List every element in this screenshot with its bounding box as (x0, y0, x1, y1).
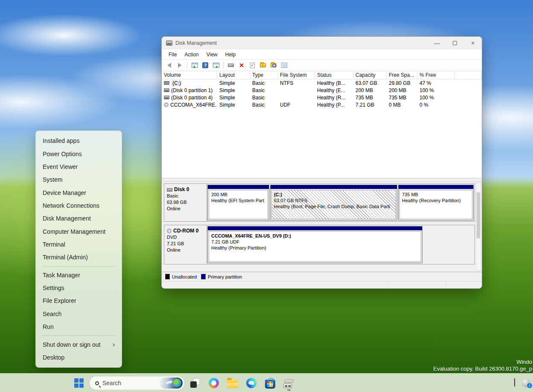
column-status[interactable]: Status (315, 71, 353, 79)
delete-volume-icon[interactable]: ✕ (237, 61, 246, 70)
winx-network-connections[interactable]: Network Connections (38, 199, 120, 212)
column-free-space[interactable]: Free Spa... (387, 71, 417, 79)
winx-system[interactable]: System (38, 173, 120, 186)
winx-task-manager[interactable]: Task Manager (38, 269, 120, 282)
active-app-indicator (287, 389, 291, 391)
winx-power-options[interactable]: Power Options (38, 147, 120, 160)
winx-event-viewer[interactable]: Event Viewer (38, 160, 120, 173)
partition-color-bar (208, 226, 422, 230)
cell-capacity: 7.21 GB (353, 102, 387, 108)
primary-partition-swatch (201, 274, 206, 279)
winx-disk-management[interactable]: Disk Management (38, 212, 120, 225)
explore-folder-icon[interactable] (269, 61, 278, 70)
column-file-system[interactable]: File System (278, 71, 315, 79)
winx-run[interactable]: Run (38, 320, 120, 333)
menu-help[interactable]: Help (222, 51, 239, 58)
properties-icon[interactable] (280, 61, 289, 70)
volume-row-c[interactable]: (C:) Simple Basic NTFS Healthy (B... 63.… (162, 79, 482, 87)
cell-layout: Simple (217, 80, 250, 86)
partition-c-selected[interactable]: (C:) 63.07 GB NTFS Healthy (Boot, Page F… (270, 185, 397, 221)
copilot-icon (209, 378, 219, 388)
copilot-button[interactable] (206, 375, 222, 391)
maximize-icon (453, 41, 457, 45)
disk-view-icon[interactable] (226, 61, 236, 70)
file-explorer-button[interactable] (224, 375, 241, 391)
disk0-label[interactable]: Disk 0 Basic 63.98 GB Online (164, 184, 207, 221)
task-view-button[interactable] (187, 375, 203, 391)
help-icon[interactable]: ? (201, 61, 210, 70)
partition-efi[interactable]: 200 MB Healthy (EFI System Part (207, 185, 269, 221)
volume-row-dvd[interactable]: CCCOMA_X64FRE... Simple Basic UDF Health… (162, 101, 482, 108)
edge-icon (246, 378, 256, 388)
mark-partition-icon[interactable] (248, 61, 257, 70)
minimize-button[interactable]: — (428, 37, 446, 49)
disk-management-window: Disk Management — × File Action View Hel… (161, 36, 482, 289)
graphical-view: Disk 0 Basic 63.98 GB Online 200 MB Heal… (162, 182, 482, 272)
cell-layout: Simple (217, 102, 250, 108)
partition-recovery[interactable]: 735 MB Healthy (Recovery Partition) (398, 185, 474, 221)
cell-pct: 47 % (417, 80, 455, 86)
winx-terminal-admin[interactable]: Terminal (Admin) (38, 251, 120, 264)
menu-view[interactable]: View (203, 51, 221, 58)
cdrom0-label[interactable]: CD-ROM 0 DVD 7.21 GB Online (164, 225, 207, 264)
cell-pct: 100 % (417, 95, 455, 101)
pane-splitter[interactable] (162, 178, 482, 182)
disk-size: 63.98 GB (167, 199, 204, 206)
volume-row-partition1[interactable]: (Disk 0 partition 1) Simple Basic Health… (162, 87, 482, 94)
info-badge-icon: i (527, 383, 532, 388)
onedrive-tray-icon[interactable]: i (522, 379, 530, 387)
winx-search[interactable]: Search (38, 308, 120, 320)
windows-logo-icon (74, 378, 84, 388)
disk-media: Basic (167, 193, 204, 199)
maximize-button[interactable] (446, 37, 464, 49)
winx-desktop[interactable]: Desktop (38, 351, 120, 364)
volume-icon (164, 88, 169, 92)
column-layout[interactable]: Layout (217, 71, 250, 79)
scrollbar-thumb[interactable] (477, 192, 480, 238)
forward-icon[interactable] (175, 61, 184, 70)
volume-name: (Disk 0 partition 4) (171, 95, 213, 101)
winx-computer-management[interactable]: Computer Management (38, 225, 120, 238)
partition-dvd[interactable]: CCCOMA_X64FRE_EN-US_DV9 (D:) 7.21 GB UDF… (207, 226, 422, 263)
taskbar-search[interactable]: Search (90, 376, 184, 390)
winx-settings[interactable]: Settings (38, 282, 120, 294)
column-pct-free[interactable]: % Free (417, 71, 455, 79)
show-action-pane-icon[interactable] (211, 61, 221, 70)
cell-free: 0 MB (387, 102, 417, 108)
column-volume[interactable]: Volume (162, 71, 217, 79)
menu-action[interactable]: Action (181, 51, 202, 58)
vertical-scrollbar[interactable] (476, 183, 481, 271)
menu-file[interactable]: File (165, 51, 180, 58)
cd-icon (167, 229, 172, 233)
partition-name: CCCOMA_X64FRE_EN-US_DV9 (D:) (211, 233, 419, 239)
disk-management-taskbar-button[interactable] (281, 375, 297, 391)
winx-installed-apps[interactable]: Installed apps (38, 134, 120, 147)
title-bar[interactable]: Disk Management — × (162, 37, 482, 49)
cdrom0-row: CD-ROM 0 DVD 7.21 GB Online CCCOMA_X64FR… (164, 225, 475, 264)
tray-overflow-chevron[interactable] (514, 379, 515, 387)
volume-name: (Disk 0 partition 1) (171, 87, 213, 93)
start-button[interactable] (71, 375, 87, 391)
column-capacity[interactable]: Capacity (353, 71, 387, 79)
window-title: Disk Management (175, 40, 217, 46)
winx-menu: Installed apps Power Options Event Viewe… (35, 131, 122, 368)
cell-free: 200 MB (387, 87, 417, 93)
winx-file-explorer[interactable]: File Explorer (38, 294, 120, 307)
volume-row-partition4[interactable]: (Disk 0 partition 4) Simple Basic Health… (162, 94, 482, 101)
column-type[interactable]: Type (250, 71, 278, 79)
winx-terminal[interactable]: Terminal (38, 238, 120, 251)
close-button[interactable]: × (464, 37, 482, 49)
winx-device-manager[interactable]: Device Manager (38, 186, 120, 199)
partition-color-bar (208, 185, 269, 189)
winx-shutdown[interactable]: Shut down or sign out › (38, 338, 120, 351)
back-icon[interactable] (164, 61, 174, 70)
microsoft-store-button[interactable] (262, 375, 278, 391)
statusbar-separator (389, 283, 389, 287)
edge-button[interactable] (243, 375, 259, 391)
legend-primary-label: Primary partition (208, 274, 242, 279)
cell-status: Healthy (R... (315, 95, 353, 101)
partition-status: Healthy (EFI System Part (211, 197, 265, 203)
show-console-tree-icon[interactable] (190, 61, 199, 70)
open-folder-icon[interactable] (258, 61, 268, 70)
status-bar (162, 281, 482, 288)
